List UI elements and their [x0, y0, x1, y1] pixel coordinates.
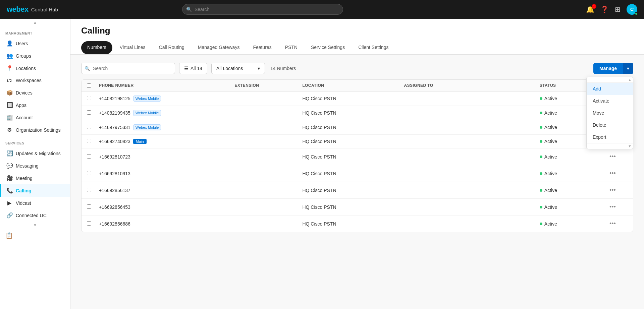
sidebar-item-org-settings[interactable]: ⚙ Organization Settings — [0, 124, 70, 136]
status-dot — [540, 97, 542, 100]
row-more-button[interactable]: ••• — [607, 152, 618, 161]
users-icon: 👤 — [6, 40, 12, 47]
avatar-wrapper: C — [627, 4, 637, 15]
status-text: Active — [544, 154, 557, 160]
sidebar-item-locations[interactable]: 📍 Locations — [0, 62, 70, 74]
tab-service-settings[interactable]: Service Settings — [305, 41, 351, 54]
select-all-checkbox[interactable] — [87, 83, 91, 88]
dropdown-item-add[interactable]: Add — [587, 83, 633, 95]
location-cell: HQ Cisco PSTN — [302, 204, 404, 210]
filter-button[interactable]: ☰ All 14 — [179, 63, 207, 74]
row-checkbox-cell — [87, 110, 99, 116]
row-checkbox[interactable] — [87, 96, 91, 100]
location-label: All Locations — [216, 66, 243, 71]
table-row: +14697975331 Webex Mobile HQ Cisco PSTN … — [82, 120, 633, 135]
sidebar-item-vidcast[interactable]: ▶ Vidcast — [0, 197, 70, 209]
sidebar-item-calling[interactable]: 📞 Calling — [0, 184, 70, 197]
dropdown-item-export[interactable]: Export — [587, 131, 633, 143]
tab-managed-gateways[interactable]: Managed Gateways — [192, 41, 246, 54]
row-checkbox-cell — [87, 204, 99, 210]
table-header: Phone Number Extension Location Assigned… — [82, 80, 633, 91]
row-more-button[interactable]: ••• — [607, 220, 618, 228]
dropdown-scroll-down-arrow: ▼ — [628, 144, 632, 148]
sidebar-item-apps[interactable]: 🔲 Apps — [0, 99, 70, 111]
sidebar-item-account[interactable]: 🏢 Account — [0, 111, 70, 124]
sidebar-item-users[interactable]: 👤 Users — [0, 37, 70, 50]
sidebar-item-meeting[interactable]: 🎥 Meeting — [0, 172, 70, 184]
status-dot — [540, 189, 542, 192]
tab-virtual-lines[interactable]: Virtual Lines — [114, 41, 152, 54]
services-section-label: SERVICES — [0, 136, 70, 147]
sidebar-label-groups: Groups — [16, 53, 31, 59]
phone-number-cell: +14082199435 Webex Mobile — [99, 110, 234, 116]
row-more-button[interactable]: ••• — [607, 186, 618, 194]
location-cell: HQ Cisco PSTN — [302, 110, 404, 116]
account-icon: 🏢 — [6, 114, 12, 121]
dropdown-item-move[interactable]: Move — [587, 107, 633, 119]
phone-number: +16692856453 — [99, 204, 130, 210]
header-phone-number: Phone Number — [99, 83, 234, 88]
table-search-input[interactable] — [81, 63, 175, 74]
tabs-row: Numbers Virtual Lines Call Routing Manag… — [81, 41, 633, 54]
table-row: +14082198125 Webex Mobile HQ Cisco PSTN … — [82, 91, 633, 106]
tab-call-routing[interactable]: Call Routing — [153, 41, 191, 54]
dropdown-item-delete[interactable]: Delete — [587, 119, 633, 131]
help-button[interactable]: ❓ — [600, 5, 609, 13]
status-text: Active — [544, 171, 557, 176]
sidebar: ▲ MANAGEMENT 👤 Users 👥 Groups 📍 Location… — [0, 19, 70, 309]
manage-dropdown-toggle[interactable]: ▾ — [623, 63, 633, 74]
tab-numbers[interactable]: Numbers — [81, 41, 112, 54]
tab-client-settings[interactable]: Client Settings — [352, 41, 394, 54]
status-text: Active — [544, 204, 557, 210]
row-checkbox[interactable] — [87, 125, 91, 129]
global-search-input[interactable] — [182, 4, 343, 15]
tab-pstn[interactable]: PSTN — [279, 41, 304, 54]
global-search-bar[interactable]: 🔍 — [182, 4, 343, 15]
apps-button[interactable]: ⊞ — [615, 5, 621, 13]
row-checkbox[interactable] — [87, 139, 91, 143]
tab-features[interactable]: Features — [247, 41, 277, 54]
status-text: Active — [544, 96, 557, 101]
meeting-icon: 🎥 — [6, 175, 12, 181]
top-navigation: webex Control Hub 🔍 🔔 1 ❓ ⊞ C — [0, 0, 644, 19]
phone-number-cell: +16692810913 — [99, 171, 234, 176]
row-checkbox[interactable] — [87, 204, 91, 209]
logo-area: webex Control Hub — [7, 5, 58, 14]
status-cell: Active — [540, 221, 607, 227]
row-checkbox-cell — [87, 96, 99, 101]
phone-number-cell: +16692856686 — [99, 221, 234, 227]
actions-cell: ••• — [607, 220, 628, 228]
sidebar-scroll-up: ▲ — [0, 19, 70, 26]
dropdown-scroll-up-arrow: ▲ — [628, 78, 632, 82]
sidebar-item-groups[interactable]: 👥 Groups — [0, 50, 70, 62]
sidebar-item-connected-uc[interactable]: 🔗 Connected UC — [0, 209, 70, 222]
sidebar-item-messaging[interactable]: 💬 Messaging — [0, 160, 70, 172]
row-checkbox[interactable] — [87, 221, 91, 226]
numbers-table: Phone Number Extension Location Assigned… — [81, 79, 633, 232]
row-checkbox[interactable] — [87, 188, 91, 192]
row-checkbox[interactable] — [87, 110, 91, 115]
location-select[interactable]: All Locations ▾ — [211, 63, 265, 74]
sidebar-label-messaging: Messaging — [16, 163, 39, 169]
location-chevron-icon: ▾ — [258, 66, 260, 71]
sidebar-label-account: Account — [16, 115, 33, 120]
groups-icon: 👥 — [6, 53, 12, 59]
sidebar-label-org-settings: Organization Settings — [16, 127, 61, 133]
dropdown-item-activate[interactable]: Activate — [587, 95, 633, 107]
sidebar-label-devices: Devices — [16, 90, 33, 96]
row-checkbox[interactable] — [87, 154, 91, 159]
notification-bell-button[interactable]: 🔔 1 — [586, 5, 594, 13]
sidebar-item-workspaces[interactable]: 🗂 Workspaces — [0, 74, 70, 86]
sidebar-item-devices[interactable]: 📦 Devices — [0, 86, 70, 99]
manage-button[interactable]: Manage — [593, 63, 623, 74]
locations-icon: 📍 — [6, 65, 12, 71]
table-row: +16692856137 HQ Cisco PSTN Active ••• — [82, 182, 633, 199]
filter-icon: ☰ — [184, 66, 189, 71]
row-more-button[interactable]: ••• — [607, 169, 618, 178]
row-more-button[interactable]: ••• — [607, 203, 618, 211]
phone-number-cell: +16692740823 Main — [99, 139, 234, 144]
sidebar-item-updates[interactable]: 🔄 Updates & Migrations — [0, 147, 70, 160]
status-cell: Active — [540, 204, 607, 210]
row-checkbox[interactable] — [87, 171, 91, 175]
sidebar-label-connected-uc: Connected UC — [16, 213, 47, 218]
